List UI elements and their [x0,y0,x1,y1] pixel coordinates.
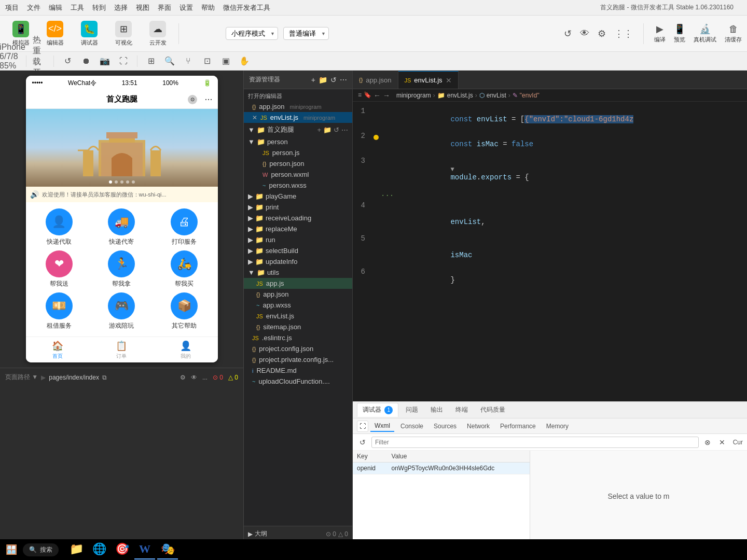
copy-path-icon[interactable]: ⧉ [102,374,107,381]
banner-area[interactable] [26,109,218,187]
split-btn[interactable]: ⊡ [200,54,214,68]
file-sitemap-json[interactable]: {} sitemap.json [244,321,352,332]
file-project-private[interactable]: {} project.private.config.js... [244,354,352,365]
folder-playgame[interactable]: ▶ 📁 playGame [244,191,352,202]
service-other[interactable]: 📦 其它帮助 [155,292,214,330]
debugger-button[interactable]: 🐛 调试器 [74,18,105,49]
taskbar-app-maps[interactable]: 🎯 [112,540,132,559]
search-btn[interactable]: 🔍 [162,54,177,68]
devtools-cancel-btn[interactable]: ⊗ [702,437,713,448]
tab-close-envlist[interactable]: ✕ [446,76,452,85]
eye-btn[interactable]: 👁 [191,374,197,381]
devtools-tab-code-quality[interactable]: 代码质量 [475,403,510,416]
file-app-wxss[interactable]: ~ app.wxss [244,300,352,311]
bookmark-icon[interactable]: 🔖 [364,91,371,100]
tree-more-btn[interactable]: ⋯ [341,126,348,134]
menu-item-devtools[interactable]: 微信开发者工具 [223,3,270,12]
tab-profile[interactable]: 👤 我的 [154,337,217,362]
inspector-tab-performance[interactable]: Performance [496,421,540,431]
inspector-tab-sources[interactable]: Sources [430,421,461,431]
app-mode-select[interactable]: 小程序模式 [226,27,278,40]
hot-reload-btn[interactable]: 热重载 开 ▼ [33,54,47,68]
inspector-tab-network[interactable]: Network [463,421,494,431]
file-person-json[interactable]: {} person.json [244,158,352,169]
visualize-button[interactable]: ⊞ 可视化 [108,18,139,49]
branch-btn[interactable]: ⑂ [181,54,196,68]
service-kuaidi-ji[interactable]: 🚚 快递代寄 [92,208,151,246]
record-btn[interactable]: ⏺ [79,54,93,68]
preview-mode-button[interactable]: 👁 [580,28,589,39]
devtools-close-btn[interactable]: ✕ [716,437,728,448]
fullscreen-btn[interactable]: ⛶ [116,54,131,68]
start-button[interactable]: 🪟 [3,541,20,558]
new-folder-icon[interactable]: 📁 [319,76,327,84]
devtools-tab-problems[interactable]: 问题 [400,403,423,416]
folder-receiveloading[interactable]: ▶ 📁 receiveLoading [244,213,352,223]
file-person-wxml[interactable]: W person.wxml [244,169,352,180]
service-send[interactable]: ❤ 帮我送 [30,250,89,288]
service-fetch[interactable]: 🏃 帮我拿 [92,250,151,288]
taskbar-app-word[interactable]: W [134,540,155,559]
file-app-json-root[interactable]: {} app.json [244,289,352,300]
more-menu-btn[interactable]: ··· [204,94,212,105]
back-arrow-icon[interactable]: ← [374,91,381,100]
project-root[interactable]: ▼ 📁 首义跑腿 + 📁 ↺ ⋯ [244,123,352,136]
menu-item-view[interactable]: 视图 [136,3,149,12]
taskbar-app-edge[interactable]: 🌐 [89,540,109,559]
devtools-tab-debugger[interactable]: 调试器 1 [357,403,398,417]
forward-arrow-icon[interactable]: → [383,91,390,100]
more-options-icon[interactable]: ⋯ [340,76,347,84]
new-file-icon[interactable]: + [311,76,315,84]
file-envlist-js-root[interactable]: JS envList.js [244,311,352,321]
menu-item-select[interactable]: 选择 [114,3,128,12]
compile-button[interactable]: ▶ 编译 [654,23,666,44]
breadcrumb-envlist-js[interactable]: envList.js [447,92,473,99]
inspector-tab-console[interactable]: Console [396,421,427,431]
inspector-tab-memory[interactable]: Memory [542,421,573,431]
cache-button[interactable]: 🗑 清缓存 [725,24,742,44]
taskbar-search[interactable]: 🔍 搜索 [23,543,59,556]
folder-updateinfo[interactable]: ▶ 📁 updateInfo [244,256,352,267]
folder-person[interactable]: ▼ 📁 person [244,136,352,147]
file-app-js[interactable]: JS app.js [244,278,352,289]
folder-replaceme[interactable]: ▶ 📁 replaceMe [244,223,352,234]
refresh-tree-btn[interactable]: ↺ [334,126,339,134]
devtools-tab-terminal[interactable]: 终端 [450,403,473,416]
menu-item-ui[interactable]: 界面 [158,3,171,12]
hamburger-icon[interactable]: ≡ [358,91,362,100]
real-debug-button[interactable]: 🔬 真机调试 [694,23,716,44]
tab-home[interactable]: 🏠 首页 [26,337,90,362]
file-eslintrc[interactable]: JS .eslintrc.js [244,332,352,343]
devtools-refresh-btn[interactable]: ↺ [357,437,368,448]
screenshot-btn[interactable]: 📷 [98,54,112,68]
more-button[interactable]: ⋮⋮ [614,28,633,39]
menu-item-file[interactable]: 文件 [27,3,40,12]
device-selector-btn[interactable]: iPhone 6/7/8 85% 16 ▼ [5,54,20,68]
add-folder-btn[interactable]: 📁 [323,126,331,134]
code-editor-area[interactable]: 1 const envList = [{"envId":"cloud1-6gd1… [353,102,747,401]
real-debug-icon-btn[interactable]: ⚙ [598,28,606,39]
add-file-btn[interactable]: + [317,126,321,134]
taskbar-app-explorer[interactable]: 📁 [66,540,87,559]
compile-mode-select[interactable]: 普通编译 [283,27,329,40]
folder-selectbuild[interactable]: ▶ 📁 selectBuild [244,245,352,256]
taskbar-app-devtools[interactable]: 🎭 [157,540,178,559]
inspector-tab-wxml[interactable]: Wxml [370,421,394,432]
menu-item-tools[interactable]: 工具 [71,3,84,12]
more-btn[interactable]: ... [202,374,208,381]
devtools-filter-input[interactable] [371,437,699,448]
devtools-tab-output[interactable]: 输出 [425,403,448,416]
breadcrumb-envid[interactable]: "envId" [520,92,540,99]
menu-item-help[interactable]: 帮助 [201,3,215,12]
close-active-icon[interactable]: ✕ [252,114,257,121]
inspector-cursor-btn[interactable]: ⛶ [357,421,368,432]
folder-utils[interactable]: ▼ 📁 utils [244,267,352,278]
menu-item-goto[interactable]: 转到 [92,3,106,12]
tab-orders[interactable]: 📋 订单 [90,337,154,362]
tab-envlist-js[interactable]: JS envList.js ✕ [398,71,459,89]
open-file-app-json[interactable]: {} app.json miniprogram [244,101,352,112]
preview-button[interactable]: 📱 预览 [674,23,685,44]
frame-btn[interactable]: ▣ [218,54,233,68]
service-rent[interactable]: 💴 租借服务 [30,292,89,330]
page-path-label[interactable]: 页面路径 ▼ [5,373,38,382]
